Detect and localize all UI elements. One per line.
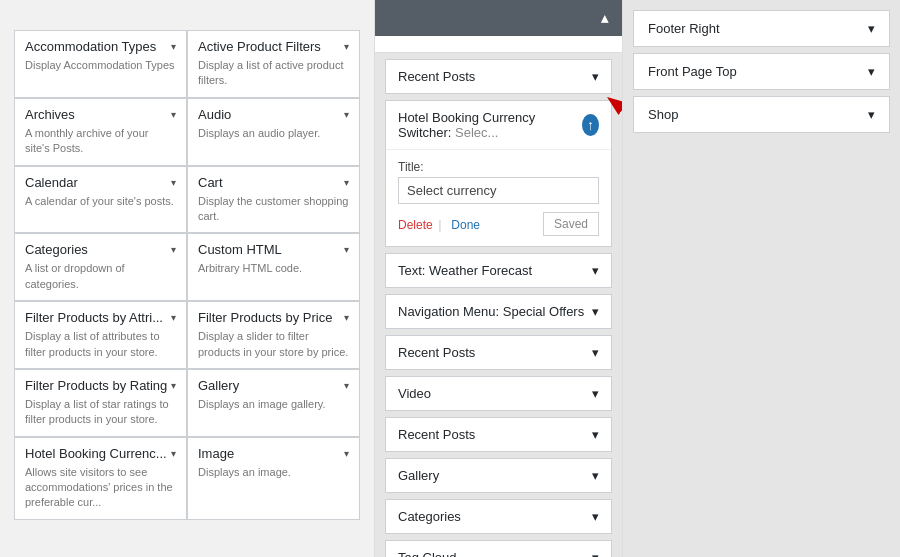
chevron-down-icon: ▾ [592,69,599,84]
sidebar-widgets-list: Recent Posts ▾ Hotel Booking Currency Sw… [375,59,622,557]
sidebar-widget-label: Tag Cloud [398,550,457,557]
chevron-down-icon: ▾ [344,312,349,323]
chevron-down-icon: ▾ [592,386,599,401]
done-link[interactable]: Done [451,218,480,232]
widget-description: Display the customer shopping cart. [198,194,349,225]
widget-description: Displays an image. [198,465,349,480]
widget-header: Cart ▾ [198,175,349,190]
available-widget-item[interactable]: Archives ▾ A monthly archive of your sit… [14,98,187,166]
widget-description: A monthly archive of your site's Posts. [25,126,176,157]
widget-name: Filter Products by Rating [25,378,167,393]
delete-link[interactable]: Delete [398,218,433,232]
chevron-down-icon: ▾ [344,244,349,255]
widget-name: Image [198,446,234,461]
sidebar-widget: Text: Weather Forecast ▾ [385,253,612,288]
right-panel: Footer Right ▾ Front Page Top ▾ Shop ▾ [623,0,900,557]
sidebar-widget-header[interactable]: Recent Posts ▾ [386,418,611,451]
chevron-down-icon: ▾ [592,468,599,483]
chevron-down-icon: ▾ [344,41,349,52]
sidebar-widget-header[interactable]: Video ▾ [386,377,611,410]
right-widget-label: Shop [648,107,678,122]
right-widget: Footer Right ▾ [633,10,890,47]
right-widget-header[interactable]: Shop ▾ [634,97,889,132]
chevron-down-icon: ▾ [344,380,349,391]
available-widget-item[interactable]: Cart ▾ Display the customer shopping car… [187,166,360,234]
chevron-down-icon: ▾ [171,312,176,323]
widget-header: Audio ▾ [198,107,349,122]
chevron-down-icon: ▾ [171,380,176,391]
sidebar-widget: Recent Posts ▾ [385,335,612,370]
available-widget-item[interactable]: Gallery ▾ Displays an image gallery. [187,369,360,437]
sidebar-widget: Gallery ▾ [385,458,612,493]
available-widget-item[interactable]: Custom HTML ▾ Arbitrary HTML code. [187,233,360,301]
widget-description: Displays an image gallery. [198,397,349,412]
sidebar-widget-label: Gallery [398,468,439,483]
sidebar-widget-header[interactable]: Text: Weather Forecast ▾ [386,254,611,287]
sidebar-widget-label: Categories [398,509,461,524]
sidebar-widget-label: Recent Posts [398,345,475,360]
chevron-down-icon: ▾ [171,41,176,52]
chevron-down-icon: ▾ [344,448,349,459]
saved-button: Saved [543,212,599,236]
chevron-down-icon: ▾ [592,509,599,524]
available-widget-item[interactable]: Audio ▾ Displays an audio player. [187,98,360,166]
svg-line-1 [611,100,623,160]
available-widget-item[interactable]: Accommodation Types ▾ Display Accommodat… [14,30,187,98]
sidebar-widget-header[interactable]: Recent Posts ▾ [386,60,611,93]
widget-header: Archives ▾ [25,107,176,122]
right-widgets-list: Footer Right ▾ Front Page Top ▾ Shop ▾ [633,10,890,133]
widget-header: Filter Products by Price ▾ [198,310,349,325]
right-widget-header[interactable]: Footer Right ▾ [634,11,889,46]
right-widget-header[interactable]: Front Page Top ▾ [634,54,889,89]
sidebar-widget-label: Recent Posts [398,427,475,442]
available-widget-item[interactable]: Filter Products by Rating ▾ Display a li… [14,369,187,437]
separator: | [438,217,441,232]
currency-expand-button[interactable]: ↑ [582,114,599,136]
widget-description: Display a list of active product filters… [198,58,349,89]
chevron-down-icon: ▾ [592,345,599,360]
chevron-down-icon: ▾ [592,263,599,278]
widget-name: Gallery [198,378,239,393]
sidebar-widget-header[interactable]: Navigation Menu: Special Offers ▾ [386,295,611,328]
chevron-down-icon: ▾ [592,550,599,557]
sidebar-widget: Tag Cloud ▾ [385,540,612,557]
widget-name: Hotel Booking Currenc... [25,446,167,461]
widget-description: A list or dropdown of categories. [25,261,176,292]
available-widget-item[interactable]: Image ▾ Displays an image. [187,437,360,520]
available-widget-item[interactable]: Categories ▾ A list or dropdown of categ… [14,233,187,301]
widget-description: Displays an audio player. [198,126,349,141]
available-widget-item[interactable]: Filter Products by Price ▾ Display a sli… [187,301,360,369]
available-widget-item[interactable]: Filter Products by Attri... ▾ Display a … [14,301,187,369]
widget-name: Filter Products by Price [198,310,332,325]
widget-description: A calendar of your site's posts. [25,194,176,209]
widget-description: Display Accommodation Types [25,58,176,73]
chevron-down-icon: ▾ [868,64,875,79]
sidebar-widget-header[interactable]: Hotel Booking Currency Switcher: Selec..… [386,101,611,149]
sidebar-widget: Video ▾ [385,376,612,411]
sidebar-widget-header[interactable]: Recent Posts ▾ [386,336,611,369]
widget-header: Gallery ▾ [198,378,349,393]
field-input[interactable] [398,177,599,204]
chevron-down-icon: ▾ [344,177,349,188]
right-widget: Front Page Top ▾ [633,53,890,90]
widget-description: Display a slider to filter products in y… [198,329,349,360]
sidebar-widget-header[interactable]: Categories ▾ [386,500,611,533]
chevron-down-icon: ▾ [592,427,599,442]
chevron-down-icon: ▾ [171,448,176,459]
available-widget-item[interactable]: Hotel Booking Currenc... ▾ Allows site v… [14,437,187,520]
chevron-down-icon: ▾ [592,304,599,319]
sidebar-widget: Recent Posts ▾ [385,59,612,94]
sidebar-widget-header[interactable]: Gallery ▾ [386,459,611,492]
widget-name: Calendar [25,175,78,190]
right-widget-label: Footer Right [648,21,720,36]
widget-header: Categories ▾ [25,242,176,257]
sidebar-collapse-icon[interactable]: ▴ [601,10,608,26]
widget-description: Display a list of attributes to filter p… [25,329,176,360]
chevron-down-icon: ▾ [868,21,875,36]
sidebar-header[interactable]: ▴ [375,0,622,36]
available-widget-item[interactable]: Active Product Filters ▾ Display a list … [187,30,360,98]
widget-header: Active Product Filters ▾ [198,39,349,54]
available-widget-item[interactable]: Calendar ▾ A calendar of your site's pos… [14,166,187,234]
widget-name: Accommodation Types [25,39,156,54]
sidebar-widget-header[interactable]: Tag Cloud ▾ [386,541,611,557]
